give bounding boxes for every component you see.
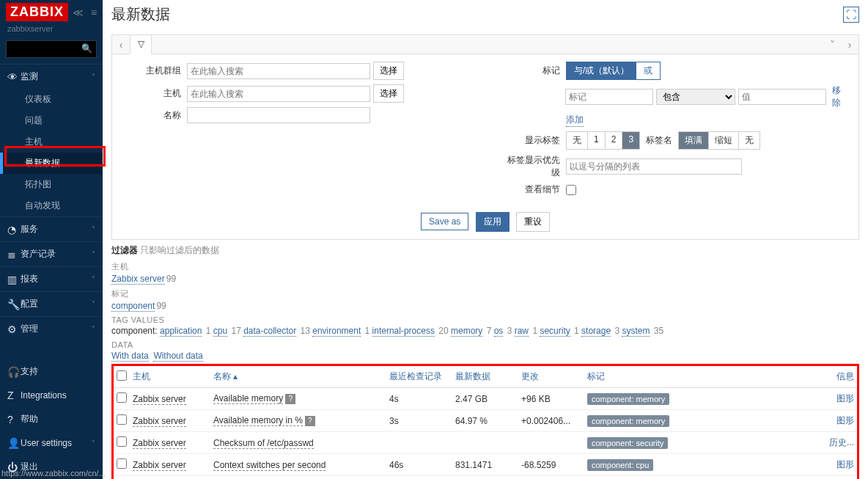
- row-checkbox[interactable]: [117, 392, 127, 403]
- name-input[interactable]: [187, 107, 370, 123]
- row-action[interactable]: 历史...: [829, 437, 854, 447]
- logo: ZABBIX: [6, 3, 68, 21]
- server-name: zabbixserver: [0, 24, 103, 37]
- wrench-icon: 🔧: [7, 299, 21, 310]
- row-action[interactable]: 图形: [836, 459, 854, 469]
- nav-support[interactable]: 🎧支持: [0, 359, 103, 384]
- nav-config[interactable]: 🔧配置˅: [0, 292, 103, 316]
- row-tag[interactable]: component: cpu: [587, 459, 653, 471]
- search-icon[interactable]: 🔍: [81, 43, 92, 54]
- row-host[interactable]: Zabbix server: [133, 416, 186, 427]
- filter-collapse-icon[interactable]: ˅: [823, 39, 841, 51]
- tag-count-group[interactable]: 无123: [566, 131, 640, 150]
- tagvalue-link[interactable]: environment: [312, 326, 361, 337]
- nav-integrations[interactable]: ZIntegrations: [0, 384, 103, 407]
- host-select-button[interactable]: 选择: [373, 84, 404, 103]
- apply-button[interactable]: 应用: [476, 212, 510, 232]
- tagvalue-link[interactable]: memory: [451, 326, 482, 337]
- row-tag[interactable]: component: memory: [587, 393, 669, 405]
- tagvalue-link[interactable]: internal-process: [372, 326, 435, 337]
- row-checkbox[interactable]: [117, 436, 127, 447]
- tag-name-input[interactable]: [565, 89, 653, 105]
- nav-inventory[interactable]: ≣资产记录˅: [0, 242, 103, 266]
- hostgroup-input[interactable]: [187, 63, 370, 79]
- row-host[interactable]: Zabbix server: [133, 438, 186, 449]
- filter-tab[interactable]: ▽: [130, 34, 152, 54]
- tag-add-link[interactable]: 添加: [566, 114, 584, 127]
- sidebar-item-3[interactable]: 最新数据: [0, 153, 103, 174]
- sidebar-item-5[interactable]: 自动发现: [0, 195, 103, 216]
- page-title: 最新数据: [111, 4, 170, 24]
- col-change: 更改: [518, 365, 584, 388]
- tags-mode-toggle[interactable]: 与/或（默认）或: [566, 62, 661, 80]
- tagvalue-link[interactable]: system: [622, 326, 650, 337]
- tagvalue-link[interactable]: storage: [581, 326, 611, 337]
- nav-help[interactable]: ?帮助: [0, 407, 103, 431]
- row-name[interactable]: Available memory in %: [213, 415, 303, 426]
- withoutdata-link[interactable]: Without data: [153, 351, 202, 362]
- host-input[interactable]: [187, 86, 370, 102]
- chevron-down-icon: ˅: [92, 275, 95, 283]
- sidebar-item-2[interactable]: 主机: [0, 131, 103, 153]
- menu-icon[interactable]: ≡: [91, 7, 97, 18]
- tag-operator-select[interactable]: 包含: [656, 89, 736, 105]
- chevron-up-icon: ˄: [92, 73, 95, 81]
- tag-link[interactable]: component: [111, 301, 155, 312]
- fullscreen-button[interactable]: ⛶: [843, 7, 859, 23]
- row-host[interactable]: Zabbix server: [133, 394, 186, 405]
- row-change: [518, 432, 584, 454]
- nav-reports[interactable]: ▥报表˅: [0, 267, 103, 291]
- sidebar-item-1[interactable]: 问题: [0, 110, 103, 131]
- sidebar-item-4[interactable]: 拓扑图: [0, 174, 103, 195]
- row-change: +0.002406...: [518, 410, 584, 432]
- priority-input[interactable]: [566, 158, 742, 175]
- detail-checkbox[interactable]: [566, 185, 576, 195]
- tag-display-group[interactable]: 填满缩短无: [678, 131, 760, 150]
- filter-note: 只影响过滤后的数据: [140, 245, 219, 255]
- row-name[interactable]: Available memory: [213, 393, 283, 404]
- col-name[interactable]: 名称: [213, 371, 231, 381]
- row-tag[interactable]: component: memory: [587, 415, 669, 427]
- filter-next-icon[interactable]: ›: [841, 39, 858, 51]
- help-icon[interactable]: ?: [285, 394, 295, 404]
- tagvalue-link[interactable]: cpu: [213, 326, 227, 337]
- help-icon[interactable]: ?: [305, 416, 315, 426]
- tagvalue-link[interactable]: os: [494, 326, 504, 337]
- row-latest: 2.47 GB: [452, 388, 518, 410]
- withdata-link[interactable]: With data: [111, 351, 149, 362]
- tagvalue-link[interactable]: raw: [515, 326, 529, 337]
- row-action[interactable]: 图形: [836, 415, 854, 425]
- name-label: 名称: [121, 109, 187, 122]
- filter-prev-icon[interactable]: ‹: [112, 39, 130, 51]
- selectall-checkbox[interactable]: [117, 370, 127, 381]
- tagvalue-link[interactable]: data-collector: [243, 326, 296, 337]
- tagvalue-link[interactable]: security: [540, 326, 570, 337]
- row-checkbox[interactable]: [117, 458, 127, 469]
- saveas-button[interactable]: Save as: [421, 213, 468, 230]
- z-icon: Z: [7, 390, 21, 401]
- row-host[interactable]: Zabbix server: [133, 460, 186, 471]
- tag-value-input[interactable]: [738, 89, 826, 105]
- collapse-icon[interactable]: ≪: [73, 7, 84, 18]
- hostgroup-select-button[interactable]: 选择: [373, 62, 404, 80]
- tagvalue-link[interactable]: application: [160, 326, 202, 337]
- col-host[interactable]: 主机: [133, 371, 150, 381]
- nav-usersettings[interactable]: 👤User settings˅: [0, 431, 103, 455]
- row-checkbox[interactable]: [117, 414, 127, 425]
- nav-admin[interactable]: ⚙管理˅: [0, 317, 103, 341]
- row-latest: 0 %: [452, 476, 518, 480]
- sidebar-item-0[interactable]: 仪表板: [0, 89, 103, 110]
- row-tag[interactable]: component: security: [587, 437, 668, 449]
- tag-remove-link[interactable]: 移除: [832, 84, 850, 109]
- row-last: 44s: [386, 476, 452, 480]
- row-change: -68.5259: [518, 454, 584, 476]
- row-name[interactable]: Context switches per second: [213, 460, 326, 471]
- nav-services[interactable]: ◔服务˅: [0, 217, 103, 241]
- nav-monitoring[interactable]: 👁 监测 ˄: [0, 65, 103, 89]
- row-action[interactable]: 图形: [836, 393, 854, 403]
- row-name[interactable]: Checksum of /etc/passwd: [213, 438, 314, 449]
- tags-label: 标记: [500, 65, 566, 77]
- host-link[interactable]: Zabbix server: [111, 274, 165, 285]
- data-hdr: DATA: [111, 340, 859, 349]
- reset-button[interactable]: 重设: [516, 212, 550, 232]
